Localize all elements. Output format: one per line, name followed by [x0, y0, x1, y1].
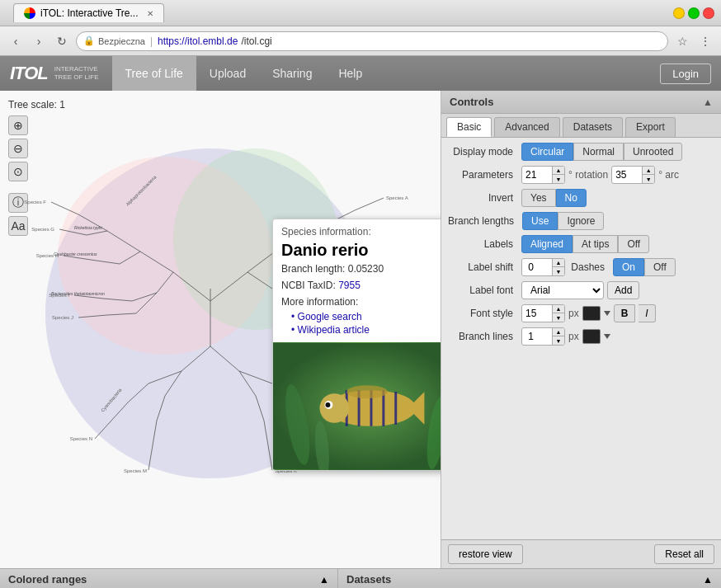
labels-row: Labels Aligned At tips Off — [448, 235, 714, 253]
invert-no-button[interactable]: No — [556, 189, 587, 207]
google-search-link[interactable]: Google search — [291, 311, 441, 322]
wikipedia-link[interactable]: Wikipedia article — [291, 324, 441, 336]
dashes-off-button[interactable]: Off — [644, 258, 676, 276]
branch-use-button[interactable]: Use — [522, 212, 558, 230]
labels-off-button[interactable]: Off — [618, 235, 649, 253]
tab-title: iTOL: Interactive Tre... — [40, 7, 139, 19]
rotation-up[interactable]: ▲ — [553, 167, 564, 175]
rotation-down[interactable]: ▼ — [553, 175, 564, 183]
add-font-button[interactable]: Add — [607, 281, 639, 299]
browser-tab[interactable]: iTOL: Interactive Tre... ✕ — [13, 3, 164, 22]
labels-label: Labels — [448, 238, 518, 250]
branch-lengths-row: Branch lengths Use Ignore — [448, 212, 714, 230]
label-shift-input[interactable] — [522, 260, 552, 275]
invert-yes-button[interactable]: Yes — [521, 189, 556, 207]
label-font-row: Label font Arial Times New Roman Courier… — [448, 281, 714, 299]
bookmark-button[interactable]: ☆ — [673, 32, 691, 50]
font-color-dropdown[interactable] — [604, 311, 610, 316]
invert-row: Invert Yes No — [448, 189, 714, 207]
tab-advanced[interactable]: Advanced — [494, 117, 559, 137]
close-button[interactable] — [703, 7, 714, 19]
arc-down[interactable]: ▼ — [643, 175, 654, 183]
parameters-row: Parameters 210 ▲ ▼ ° rotation ▲ ▼ ° — [448, 166, 714, 184]
italic-button[interactable]: I — [639, 304, 655, 322]
tree-area[interactable]: Tree scale: 1 ⊕ ⊖ ⊙ ⓘ Aa — [0, 91, 441, 568]
svg-text:Caulobacter crescentus: Caulobacter crescentus — [54, 252, 97, 256]
address-bar[interactable]: 🔒 Bezpieczna | https://itol.embl.de /ito… — [76, 31, 668, 51]
svg-text:Species F: Species F — [24, 200, 46, 205]
svg-text:Species M: Species M — [124, 468, 147, 473]
branch-color-swatch[interactable] — [582, 329, 601, 344]
datasets-title: Datasets — [346, 573, 391, 586]
label-shift-spin: ▲ ▼ — [552, 259, 564, 275]
arc-input-wrap: ▲ ▼ — [611, 166, 655, 184]
controls-title: Controls — [450, 96, 493, 108]
branch-lines-down[interactable]: ▼ — [553, 336, 564, 345]
maximize-button[interactable] — [688, 7, 700, 19]
branch-color-dropdown[interactable] — [604, 334, 610, 339]
labels-aligned-button[interactable]: Aligned — [521, 235, 573, 253]
label-shift-label: Label shift — [448, 261, 518, 273]
display-circular-button[interactable]: Circular — [521, 143, 573, 161]
tab-basic[interactable]: Basic — [446, 117, 492, 137]
svg-point-89 — [320, 393, 350, 423]
branch-ignore-button[interactable]: Ignore — [558, 212, 604, 230]
branch-length-buttons: Use Ignore — [522, 212, 604, 230]
font-px-label: px — [568, 308, 579, 319]
label-shift-up[interactable]: ▲ — [553, 259, 564, 267]
display-mode-row: Display mode Circular Normal Unrooted — [448, 143, 714, 161]
tab-close-button[interactable]: ✕ — [147, 9, 153, 18]
branch-lines-up[interactable]: ▲ — [553, 328, 564, 336]
restore-view-button[interactable]: restore view — [448, 544, 523, 564]
font-color-swatch[interactable] — [582, 306, 601, 321]
minimize-button[interactable] — [673, 7, 685, 19]
reset-all-button[interactable]: Reset all — [654, 544, 714, 564]
more-info-label: More information: — [273, 294, 441, 309]
species-popup-header: Species information: — [273, 219, 441, 241]
nav-upload[interactable]: Upload — [196, 56, 259, 91]
label-shift-row: Label shift ▲ ▼ Dashes On Off — [448, 258, 714, 276]
invert-label: Invert — [448, 192, 518, 204]
label-shift-down[interactable]: ▼ — [553, 267, 564, 275]
tab-datasets[interactable]: Datasets — [563, 117, 623, 137]
bottom-panels: Colored ranges ▲ Bacteria ⚙ Eukaryota ⚙ … — [0, 568, 721, 588]
font-size-input-wrap: ▲ ▼ — [521, 304, 565, 322]
font-size-spin: ▲ ▼ — [552, 305, 564, 322]
font-select[interactable]: Arial Times New Roman Courier — [521, 281, 604, 299]
nav-help[interactable]: Help — [325, 56, 375, 91]
forward-button[interactable]: › — [30, 32, 48, 50]
back-button[interactable]: ‹ — [7, 32, 25, 50]
branch-lines-input[interactable] — [522, 329, 552, 344]
font-size-input[interactable] — [522, 306, 552, 321]
reload-button[interactable]: ↻ — [53, 32, 71, 50]
label-shift-input-wrap: ▲ ▼ — [521, 258, 565, 276]
dashes-label: Dashes — [568, 261, 610, 273]
rotation-input[interactable]: 210 — [522, 167, 552, 182]
labels-attips-button[interactable]: At tips — [573, 235, 618, 253]
nav-tree-of-life[interactable]: Tree of Life — [112, 56, 196, 91]
url-prefix: Bezpieczna — [98, 36, 145, 46]
arc-input[interactable] — [612, 167, 642, 182]
svg-text:Species J: Species J — [52, 315, 73, 320]
nav-sharing[interactable]: Sharing — [259, 56, 325, 91]
species-image — [273, 342, 441, 470]
url-domain: https://itol.embl.de — [158, 35, 238, 47]
font-size-up[interactable]: ▲ — [553, 305, 564, 313]
tab-export[interactable]: Export — [625, 117, 676, 137]
window-controls — [673, 7, 714, 19]
species-branch-length: Branch length: 0.05230 — [273, 263, 441, 280]
bold-button[interactable]: B — [614, 304, 636, 322]
menu-button[interactable]: ⋮ — [696, 32, 714, 50]
login-button[interactable]: Login — [660, 64, 711, 84]
controls-collapse-button[interactable]: ▲ — [703, 96, 713, 108]
dashes-on-button[interactable]: On — [613, 258, 644, 276]
arc-up[interactable]: ▲ — [643, 167, 654, 175]
colored-ranges-collapse[interactable]: ▲ — [319, 574, 329, 586]
datasets-collapse[interactable]: ▲ — [703, 574, 713, 586]
display-normal-button[interactable]: Normal — [573, 143, 624, 161]
font-size-down[interactable]: ▼ — [553, 313, 564, 322]
rotation-unit: ° rotation — [568, 169, 608, 181]
taxid-link[interactable]: 7955 — [338, 280, 360, 291]
display-unrooted-button[interactable]: Unrooted — [624, 143, 682, 161]
browser-titlebar: iTOL: Interactive Tre... ✕ — [0, 0, 721, 26]
